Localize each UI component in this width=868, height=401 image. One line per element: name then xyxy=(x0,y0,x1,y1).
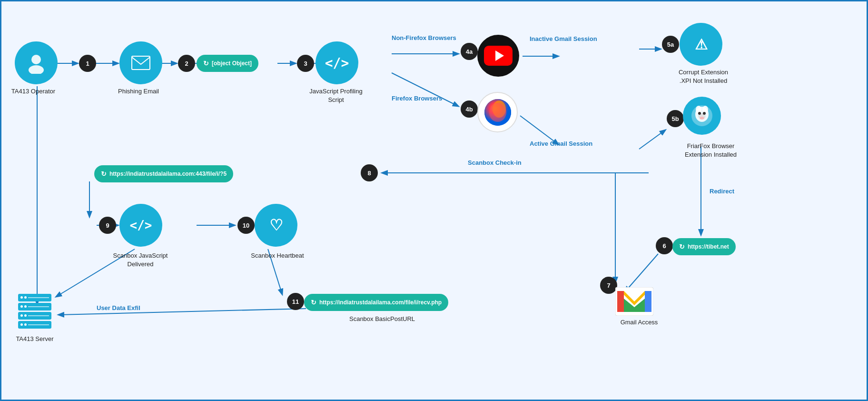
active-gmail-label: Active Gmail Session xyxy=(530,140,592,148)
step3-node: 3 xyxy=(297,55,314,72)
step11-node: 11 xyxy=(287,293,304,310)
js-profiling-circle: </> xyxy=(316,41,358,84)
tibet-url: https://tibet.net xyxy=(688,243,729,250)
firefox-logo xyxy=(477,92,518,132)
youtube-tv-url: [object Object] xyxy=(212,60,252,67)
gmail-access-label: Gmail Access xyxy=(615,318,663,327)
corrupt-ext-label: Corrupt Extension .XPI Not Installed xyxy=(672,68,734,85)
scanbox-code-icon: </> xyxy=(130,218,152,232)
ta413-server-icon xyxy=(16,292,54,330)
svg-point-38 xyxy=(703,112,706,115)
scanbox-js-circle: </> xyxy=(119,204,162,247)
recv-refresh-icon: ↻ xyxy=(311,299,316,306)
step7-node: 7 xyxy=(600,277,617,294)
step6-node: 6 xyxy=(656,237,673,254)
phishing-email-circle xyxy=(119,41,162,84)
friarfox-label: FriarFox Browser Extension Installed xyxy=(676,142,745,159)
svg-point-24 xyxy=(29,65,44,74)
refresh-icon: ↻ xyxy=(203,60,209,67)
inactive-gmail-label: Inactive Gmail Session xyxy=(530,35,597,43)
scanbox-heartbeat-label: Scanbox Heartbeat xyxy=(244,251,311,260)
svg-line-20 xyxy=(59,309,306,315)
heart-icon: ♡ xyxy=(269,216,283,234)
ta413-operator-label: TA413 Operator xyxy=(7,87,59,96)
svg-point-34 xyxy=(696,106,701,113)
svg-point-39 xyxy=(700,117,704,120)
step2-node: 2 xyxy=(178,55,195,72)
recv-url: https://indiatrustdalailama.com/file/i/r… xyxy=(319,299,442,306)
svg-rect-25 xyxy=(132,56,150,70)
scanbox-heartbeat-circle: ♡ xyxy=(255,204,297,247)
friarfox-logo xyxy=(683,97,721,135)
step5b-node: 5b xyxy=(667,110,684,127)
svg-rect-43 xyxy=(645,291,651,312)
svg-point-35 xyxy=(702,106,708,113)
checkin-url: https://indiatrustdalailama.com:443/file… xyxy=(109,170,227,177)
step8-node: 8 xyxy=(361,164,378,181)
indiatrust-checkin-pill: ↻ https://indiatrustdalailama.com:443/fi… xyxy=(94,165,233,182)
step5a-node: 5a xyxy=(662,36,679,53)
checkin-refresh-icon: ↻ xyxy=(101,170,107,178)
firefox-label: Firefox Browsers xyxy=(392,94,442,103)
scanbox-checkin-label: Scanbox Check-in xyxy=(468,159,522,167)
redirect-label: Redirect xyxy=(710,187,734,196)
youtube-tv-pill: ↻ [object Object] xyxy=(197,55,258,72)
step10-node: 10 xyxy=(237,217,255,234)
js-profiling-label: JavaScript Profiling Script xyxy=(305,87,367,104)
svg-point-31 xyxy=(489,103,506,122)
gmail-logo xyxy=(615,282,653,321)
ta413-server-label: TA413 Server xyxy=(13,335,56,343)
phishing-email-label: Phishing Email xyxy=(112,87,165,96)
user-data-exfil-label: User Data Exfil xyxy=(97,304,140,312)
corrupt-ext-circle: ⚠ xyxy=(680,23,722,66)
step4a-node: 4a xyxy=(461,43,478,60)
code-icon: </> xyxy=(325,55,349,71)
scanbox-basic-label: Scanbox BasicPostURL xyxy=(344,315,420,323)
svg-rect-42 xyxy=(617,291,624,312)
tibet-refresh-icon: ↻ xyxy=(679,243,685,251)
step4b-node: 4b xyxy=(461,100,478,118)
scanbox-js-label: Scanbox JavaScript Delivered xyxy=(107,251,174,269)
non-firefox-label: Non-Firefox Browsers xyxy=(392,34,456,42)
tibet-net-pill: ↻ https://tibet.net xyxy=(672,238,736,255)
svg-point-23 xyxy=(31,55,41,64)
svg-line-11 xyxy=(639,130,665,149)
youtube-logo xyxy=(477,35,519,77)
ta413-operator-circle xyxy=(15,41,58,84)
indiatrust-recv-pill: ↻ https://indiatrustdalailama.com/file/i… xyxy=(304,294,448,311)
step9-node: 9 xyxy=(99,217,116,234)
step1-node: 1 xyxy=(79,55,96,72)
svg-point-37 xyxy=(698,112,701,115)
